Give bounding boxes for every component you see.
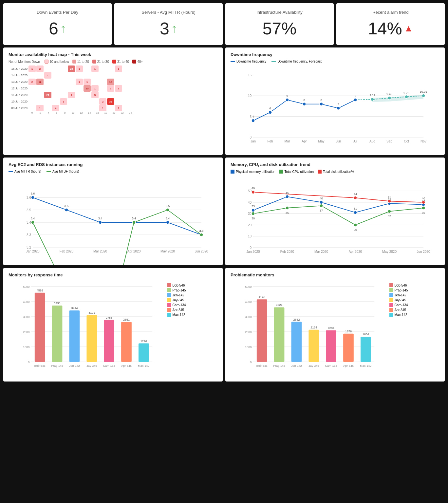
svg-point-59 [65, 208, 68, 212]
svg-text:2786: 2786 [106, 316, 112, 319]
svg-text:Max-142: Max-142 [138, 364, 149, 367]
svg-text:35: 35 [422, 211, 425, 214]
svg-text:Jay-345: Jay-345 [86, 364, 97, 367]
svg-point-125 [388, 199, 391, 203]
utilization-card: Memory, CPU, and disk utilization trend … [225, 158, 445, 265]
svg-point-121 [252, 191, 255, 194]
svg-point-99 [286, 195, 289, 198]
svg-rect-186 [326, 330, 336, 362]
svg-text:Mar 2020: Mar 2020 [93, 250, 107, 253]
svg-text:Jen-142: Jen-142 [69, 364, 80, 367]
svg-text:10.01: 10.01 [420, 90, 427, 93]
svg-text:3.4: 3.4 [27, 221, 31, 224]
svg-text:Prag-145: Prag-145 [51, 364, 63, 367]
kpi-mttr-title: Servers - Avg MTTR (Hours) [121, 10, 216, 15]
svg-text:49: 49 [252, 187, 255, 190]
kpi-down-events: Down Events Per Day 6↑ [3, 3, 112, 45]
svg-text:7: 7 [337, 102, 339, 106]
svg-text:30: 30 [248, 212, 252, 215]
svg-text:9.45: 9.45 [386, 92, 392, 96]
svg-text:Apr-345: Apr-345 [121, 364, 132, 367]
chart-row-3: Monitors by response time 01000200030004… [3, 268, 445, 382]
svg-text:1000: 1000 [23, 345, 29, 349]
svg-text:1000: 1000 [245, 345, 252, 349]
svg-text:0: 0 [28, 361, 29, 364]
svg-point-77 [200, 233, 203, 236]
svg-text:2000: 2000 [245, 330, 252, 334]
problematic-legend: Bob-546 Prag-145 Jen-142 Jay-345 Cam-134… [389, 280, 408, 378]
heatmap-row: 09 Jun 20201411 [9, 105, 217, 111]
svg-text:30: 30 [252, 217, 255, 220]
svg-text:Sep: Sep [386, 140, 392, 143]
svg-text:40: 40 [320, 197, 323, 200]
svg-rect-174 [257, 299, 267, 362]
svg-point-113 [320, 204, 323, 207]
svg-point-65 [166, 221, 169, 224]
svg-text:3.3: 3.3 [199, 229, 204, 233]
problematic-chart: 0100020003000400050004148Bob-5463621Prag… [231, 280, 387, 378]
svg-text:4: 4 [252, 115, 254, 118]
svg-text:1664: 1664 [363, 333, 369, 336]
svg-text:3738: 3738 [54, 302, 61, 305]
svg-text:5: 5 [250, 115, 252, 119]
svg-text:Jun 2020: Jun 2020 [417, 250, 430, 253]
svg-text:Jay-345: Jay-345 [308, 364, 319, 367]
svg-text:May 2020: May 2020 [160, 250, 175, 253]
svg-point-27 [320, 102, 323, 106]
svg-rect-141 [35, 293, 45, 362]
svg-text:3.6: 3.6 [27, 196, 31, 199]
svg-text:20: 20 [354, 228, 357, 232]
kpi-mttr-value: 3↑ [121, 19, 216, 38]
svg-text:8: 8 [303, 99, 305, 102]
kpi-down-events-value: 6↑ [10, 19, 105, 38]
svg-text:50: 50 [248, 189, 252, 193]
svg-text:3.5: 3.5 [27, 208, 31, 212]
svg-text:May 2020: May 2020 [382, 250, 397, 253]
svg-text:3414: 3414 [71, 307, 78, 310]
svg-text:2094: 2094 [328, 326, 334, 330]
svg-text:Jun 2020: Jun 2020 [195, 250, 208, 253]
svg-rect-156 [121, 322, 132, 362]
svg-text:40: 40 [422, 197, 425, 200]
response-time-chart: 0100020003000400050004592Bob-5463738Prag… [9, 280, 165, 378]
svg-text:Feb: Feb [267, 140, 273, 143]
problematic-card: Problematic monitors 0100020003000400050… [225, 268, 445, 382]
response-time-title: Monitors by response time [9, 272, 217, 277]
svg-text:4592: 4592 [37, 289, 43, 292]
svg-text:3621: 3621 [276, 303, 283, 307]
svg-text:Max-142: Max-142 [360, 364, 371, 367]
svg-rect-153 [104, 320, 114, 362]
svg-text:Aug: Aug [369, 140, 375, 143]
heatmap-row: 10 Jun 20201233 [9, 98, 217, 105]
svg-point-111 [286, 206, 289, 210]
kpi-row: Down Events Per Day 6↑ Servers - Avg MTT… [3, 3, 445, 45]
svg-text:Feb 2020: Feb 2020 [60, 250, 74, 253]
chart-row-2: Avg EC2 and RDS instances running Avg MT… [3, 158, 445, 265]
ec2-legend: Avg MTTR (hours) Avg MTBF (hours) [9, 170, 217, 173]
response-time-card: Monitors by response time 01000200030004… [3, 268, 223, 382]
svg-point-33 [371, 98, 374, 101]
svg-point-21 [269, 111, 272, 114]
svg-point-69 [31, 221, 34, 224]
svg-text:Apr 2020: Apr 2020 [349, 250, 362, 253]
utilization-chart: 01020304050Jan 2020Feb 2020Mar 2020Apr 2… [231, 176, 439, 261]
svg-point-119 [422, 206, 425, 210]
svg-text:2000: 2000 [23, 330, 29, 334]
response-legend: Bob-546 Prag-145 Jen-142 Jay-345 Cam-134… [167, 280, 186, 378]
svg-text:9.75: 9.75 [403, 91, 409, 95]
heatmap-row: 15 Jun 20201223111 [9, 65, 217, 72]
svg-text:10: 10 [248, 234, 252, 238]
svg-point-39 [422, 94, 425, 97]
svg-text:9: 9 [354, 94, 356, 98]
svg-text:9.12: 9.12 [369, 94, 375, 97]
svg-text:4000: 4000 [245, 300, 252, 304]
svg-text:Jan 2020: Jan 2020 [26, 250, 40, 253]
svg-rect-192 [361, 337, 371, 362]
svg-text:2662: 2662 [293, 318, 300, 321]
svg-text:45: 45 [286, 191, 289, 195]
svg-text:35: 35 [286, 211, 289, 214]
heatmap-row: 14 Jun 20201 [9, 72, 217, 79]
svg-point-31 [354, 98, 357, 102]
svg-point-101 [320, 201, 323, 204]
svg-rect-150 [86, 315, 97, 362]
